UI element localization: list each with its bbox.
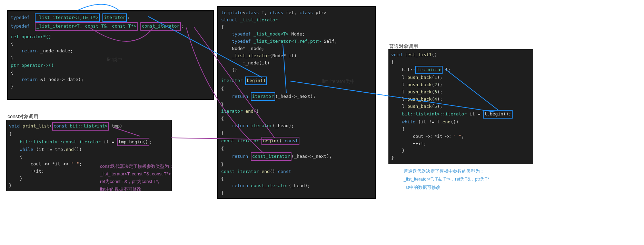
ptr-op: ptr operator->()	[11, 63, 54, 68]
typedef-kw: typedef	[11, 15, 30, 20]
iterator-type-box: _list_iterator<T,T&,T*>	[35, 13, 100, 22]
ptr-body: &(_node->_date);	[40, 77, 83, 82]
const-param-box: const bit::list<int>	[52, 122, 109, 131]
title-const-call: const对象调用	[8, 114, 38, 120]
typedef-kw: typedef	[11, 23, 30, 29]
const-iterator-type-box: _list_iterator<T, const T&, const T*>	[35, 22, 138, 31]
panel-normal-call: void test_list1() { bit::list<int> l; l.…	[388, 49, 533, 164]
const-iterator-name-box: const_iterator	[140, 22, 181, 31]
return-iterator-box: iterator	[251, 92, 275, 101]
tmp-begin-box: tmp.begin()	[117, 138, 149, 146]
l-begin-box: l.begin();	[483, 110, 513, 119]
list-int-box: list<int>	[415, 66, 442, 74]
ref-body: _node->date;	[40, 48, 73, 53]
panel-list-class: typedef _list_iterator<T,T&,T*> iterator…	[7, 10, 214, 100]
note-const: const迭代器决定了模板参数类型为： _list_iterator<T, co…	[100, 163, 175, 193]
title-normal-call: 普通对象调用	[389, 43, 418, 50]
label-list-class: list类中	[107, 57, 122, 63]
iterator-name-box: iterator	[102, 13, 127, 22]
panel-list-iterator: template<class T, class ref, class ptr> …	[217, 6, 376, 199]
ref-op: ref operator*()	[11, 34, 51, 39]
begin-box: begin()	[245, 76, 267, 85]
return-const-iterator-box: const_iterator	[251, 152, 291, 161]
const-begin-box: begin() const	[261, 137, 299, 145]
note-normal: 普通迭代器决定了模板中参数的类型为： _list_iterator<T, T&,…	[404, 167, 489, 191]
label-list-iterator: _list_iterator类中	[319, 79, 355, 85]
